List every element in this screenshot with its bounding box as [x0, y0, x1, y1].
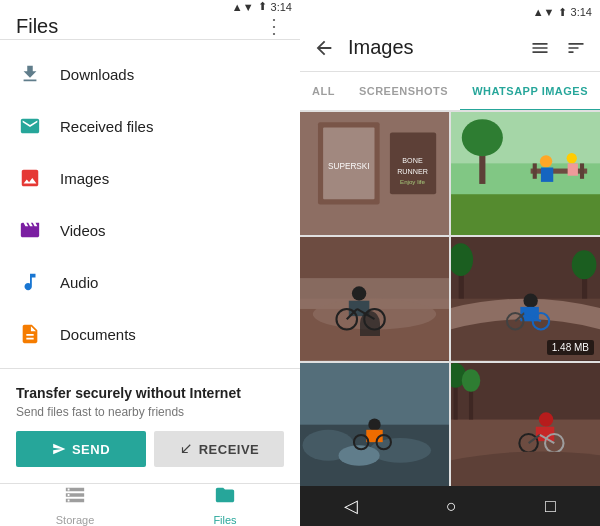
time-right: 3:14 — [571, 6, 592, 18]
svg-text:SUPERSKI: SUPERSKI — [328, 162, 370, 171]
back-nav-button[interactable]: ◁ — [332, 491, 370, 521]
svg-point-18 — [567, 153, 577, 163]
image-badge-4: 1.48 MB — [547, 340, 594, 355]
bottom-nav-files[interactable]: Files — [150, 484, 300, 526]
files-label: Files — [213, 514, 236, 526]
time-left: 3:14 — [271, 1, 292, 13]
image-cell-4[interactable]: 1.48 MB — [451, 237, 600, 360]
nav-item-documents[interactable]: Documents — [0, 308, 300, 360]
grid-view-icon[interactable] — [524, 32, 556, 64]
storage-icon — [64, 484, 86, 511]
audio-label: Audio — [60, 274, 98, 291]
right-panel: ▲▼ ⬆ 3:14 Images ALL SCREENSHOTS WHATSAP… — [300, 0, 600, 526]
signal-right-icon: ▲▼ ⬆ — [533, 6, 567, 19]
storage-label: Storage — [56, 514, 95, 526]
images-icon — [16, 164, 44, 192]
nav-item-received[interactable]: Received files — [0, 100, 300, 152]
svg-point-47 — [368, 418, 380, 430]
received-icon — [16, 112, 44, 140]
svg-rect-12 — [533, 163, 537, 178]
nav-list: Downloads Received files Images — [0, 40, 300, 368]
image-cell-1[interactable]: SUPERSKI BONE RUNNER Enjoy life — [300, 112, 449, 235]
documents-label: Documents — [60, 326, 136, 343]
receive-button[interactable]: RECEIVE — [154, 431, 284, 467]
downloads-icon — [16, 60, 44, 88]
bottom-nav-left: Storage Files — [0, 483, 300, 526]
transfer-buttons: SEND RECEIVE — [16, 431, 284, 467]
received-label: Received files — [60, 118, 153, 135]
svg-point-17 — [462, 119, 503, 156]
signal-icon: ▲▼ — [232, 1, 254, 13]
send-button[interactable]: SEND — [16, 431, 146, 467]
svg-text:BONE: BONE — [402, 156, 423, 165]
transfer-section: Transfer securely without Internet Send … — [0, 368, 300, 483]
svg-point-57 — [539, 412, 553, 426]
left-panel: ▲▼ ⬆ 3:14 Files ⋮ Downloads Received fil — [0, 0, 300, 526]
videos-label: Videos — [60, 222, 106, 239]
svg-text:Enjoy life: Enjoy life — [400, 178, 426, 185]
left-status-bar: ▲▼ ⬆ 3:14 — [0, 0, 300, 13]
battery-icon: ⬆ — [258, 0, 267, 13]
image-cell-2[interactable] — [451, 112, 600, 235]
audio-icon — [16, 268, 44, 296]
images-label: Images — [60, 170, 109, 187]
files-title: Files — [16, 15, 58, 38]
nav-item-downloads[interactable]: Downloads — [0, 48, 300, 100]
tab-all[interactable]: ALL — [300, 73, 347, 111]
downloads-label: Downloads — [60, 66, 134, 83]
status-icons: ▲▼ ⬆ 3:14 — [232, 0, 292, 13]
nav-item-videos[interactable]: Videos — [0, 204, 300, 256]
svg-point-14 — [540, 155, 552, 167]
files-icon — [214, 484, 236, 511]
svg-point-24 — [352, 287, 366, 301]
svg-point-36 — [523, 294, 537, 308]
image-cell-3[interactable] — [300, 237, 449, 360]
nav-item-images[interactable]: Images — [0, 152, 300, 204]
image-grid: SUPERSKI BONE RUNNER Enjoy life — [300, 112, 600, 486]
back-button[interactable] — [308, 32, 340, 64]
right-header: Images — [300, 24, 600, 72]
bottom-nav-storage[interactable]: Storage — [0, 484, 150, 526]
images-page-title: Images — [348, 36, 516, 59]
left-header: Files ⋮ — [0, 13, 300, 40]
transfer-title: Transfer securely without Internet — [16, 385, 284, 401]
tab-screenshots[interactable]: SCREENSHOTS — [347, 73, 460, 111]
tab-whatsapp-images[interactable]: WHATSAPP IMAGES — [460, 73, 600, 111]
menu-icon[interactable]: ⋮ — [264, 14, 284, 38]
recent-nav-button[interactable]: □ — [533, 492, 568, 521]
nav-item-audio[interactable]: Audio — [0, 256, 300, 308]
transfer-subtitle: Send files fast to nearby friends — [16, 405, 284, 419]
videos-icon — [16, 216, 44, 244]
right-status-bar: ▲▼ ⬆ 3:14 — [300, 0, 600, 24]
image-cell-5[interactable] — [300, 363, 449, 486]
svg-rect-15 — [541, 167, 553, 181]
svg-text:RUNNER: RUNNER — [397, 167, 428, 176]
image-cell-6[interactable] — [451, 363, 600, 486]
svg-point-56 — [462, 369, 481, 392]
documents-icon — [16, 320, 44, 348]
svg-point-23 — [313, 299, 436, 330]
svg-point-35 — [572, 251, 597, 280]
header-icons — [524, 32, 592, 64]
svg-rect-19 — [568, 163, 578, 175]
sort-icon[interactable] — [560, 32, 592, 64]
bottom-nav-right: ◁ ○ □ — [300, 486, 600, 526]
svg-rect-13 — [580, 163, 584, 178]
home-nav-button[interactable]: ○ — [434, 492, 469, 521]
svg-rect-11 — [531, 169, 588, 174]
tabs-row: ALL SCREENSHOTS WHATSAPP IMAGES REGRAN..… — [300, 72, 600, 112]
